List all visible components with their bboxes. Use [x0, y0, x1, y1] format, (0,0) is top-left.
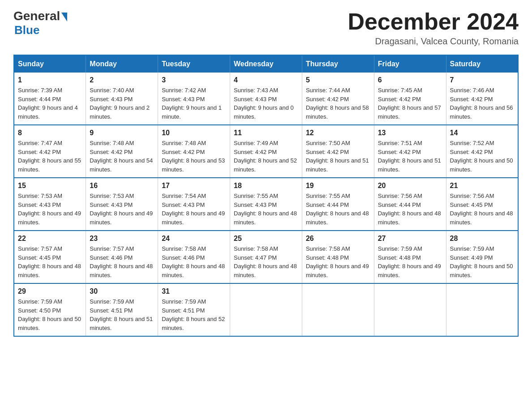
day-number: 15 — [18, 182, 82, 190]
day-number: 26 — [306, 235, 370, 243]
day-number: 3 — [162, 76, 226, 84]
calendar-cell: 3 Sunrise: 7:42 AM Sunset: 4:43 PM Dayli… — [158, 73, 230, 125]
day-info: Sunrise: 7:56 AM Sunset: 4:44 PM Dayligh… — [378, 192, 442, 227]
day-info: Sunrise: 7:46 AM Sunset: 4:42 PM Dayligh… — [450, 86, 514, 121]
day-info: Sunrise: 7:53 AM Sunset: 4:43 PM Dayligh… — [90, 192, 154, 227]
day-info: Sunrise: 7:45 AM Sunset: 4:42 PM Dayligh… — [378, 86, 442, 121]
day-number: 4 — [234, 76, 298, 84]
calendar-cell: 2 Sunrise: 7:40 AM Sunset: 4:43 PM Dayli… — [86, 73, 158, 125]
calendar-cell — [446, 283, 518, 336]
calendar-cell: 4 Sunrise: 7:43 AM Sunset: 4:43 PM Dayli… — [230, 73, 302, 125]
day-info: Sunrise: 7:49 AM Sunset: 4:42 PM Dayligh… — [234, 139, 298, 174]
day-number: 20 — [378, 182, 442, 190]
day-info: Sunrise: 7:48 AM Sunset: 4:42 PM Dayligh… — [162, 139, 226, 174]
calendar-cell: 25 Sunrise: 7:58 AM Sunset: 4:47 PM Dayl… — [230, 231, 302, 283]
week-row-1: 1 Sunrise: 7:39 AM Sunset: 4:44 PM Dayli… — [14, 73, 518, 125]
day-number: 18 — [234, 182, 298, 190]
day-number: 14 — [450, 129, 514, 137]
weekday-header-tuesday: Tuesday — [158, 55, 230, 73]
calendar-cell: 27 Sunrise: 7:59 AM Sunset: 4:48 PM Dayl… — [374, 231, 446, 283]
calendar-cell: 8 Sunrise: 7:47 AM Sunset: 4:42 PM Dayli… — [14, 125, 86, 178]
calendar-cell: 11 Sunrise: 7:49 AM Sunset: 4:42 PM Dayl… — [230, 125, 302, 178]
day-number: 2 — [90, 76, 154, 84]
day-info: Sunrise: 7:55 AM Sunset: 4:43 PM Dayligh… — [234, 192, 298, 227]
location: Dragasani, Valcea County, Romania — [348, 36, 519, 47]
calendar-cell: 22 Sunrise: 7:57 AM Sunset: 4:45 PM Dayl… — [14, 231, 86, 283]
weekday-header-friday: Friday — [374, 55, 446, 73]
calendar-cell: 14 Sunrise: 7:52 AM Sunset: 4:42 PM Dayl… — [446, 125, 518, 178]
day-number: 31 — [162, 287, 226, 295]
day-number: 27 — [378, 235, 442, 243]
day-info: Sunrise: 7:54 AM Sunset: 4:43 PM Dayligh… — [162, 192, 226, 227]
day-info: Sunrise: 7:59 AM Sunset: 4:49 PM Dayligh… — [450, 244, 514, 279]
calendar-cell: 17 Sunrise: 7:54 AM Sunset: 4:43 PM Dayl… — [158, 178, 230, 231]
calendar-cell: 30 Sunrise: 7:59 AM Sunset: 4:51 PM Dayl… — [86, 283, 158, 336]
day-info: Sunrise: 7:58 AM Sunset: 4:46 PM Dayligh… — [162, 244, 226, 279]
day-number: 8 — [18, 129, 82, 137]
day-number: 29 — [18, 287, 82, 295]
day-number: 1 — [18, 76, 82, 84]
day-number: 6 — [378, 76, 442, 84]
calendar-cell: 9 Sunrise: 7:48 AM Sunset: 4:42 PM Dayli… — [86, 125, 158, 178]
day-info: Sunrise: 7:53 AM Sunset: 4:43 PM Dayligh… — [18, 192, 82, 227]
day-number: 23 — [90, 235, 154, 243]
calendar-cell — [374, 283, 446, 336]
day-info: Sunrise: 7:59 AM Sunset: 4:51 PM Dayligh… — [90, 297, 154, 332]
calendar-cell: 5 Sunrise: 7:44 AM Sunset: 4:42 PM Dayli… — [302, 73, 374, 125]
day-number: 17 — [162, 182, 226, 190]
day-number: 7 — [450, 76, 514, 84]
logo-blue-text: Blue — [14, 23, 39, 37]
day-info: Sunrise: 7:39 AM Sunset: 4:44 PM Dayligh… — [18, 86, 82, 121]
calendar-cell: 26 Sunrise: 7:58 AM Sunset: 4:48 PM Dayl… — [302, 231, 374, 283]
weekday-header-monday: Monday — [86, 55, 158, 73]
weekday-header-sunday: Sunday — [14, 55, 86, 73]
day-info: Sunrise: 7:51 AM Sunset: 4:42 PM Dayligh… — [378, 139, 442, 174]
day-number: 25 — [234, 235, 298, 243]
day-info: Sunrise: 7:58 AM Sunset: 4:48 PM Dayligh… — [306, 244, 370, 279]
calendar-cell: 7 Sunrise: 7:46 AM Sunset: 4:42 PM Dayli… — [446, 73, 518, 125]
day-number: 12 — [306, 129, 370, 137]
calendar-cell: 6 Sunrise: 7:45 AM Sunset: 4:42 PM Dayli… — [374, 73, 446, 125]
day-number: 24 — [162, 235, 226, 243]
day-number: 9 — [90, 129, 154, 137]
calendar-cell — [302, 283, 374, 336]
day-info: Sunrise: 7:57 AM Sunset: 4:45 PM Dayligh… — [18, 244, 82, 279]
day-number: 11 — [234, 129, 298, 137]
weekday-header-row: SundayMondayTuesdayWednesdayThursdayFrid… — [14, 55, 518, 73]
week-row-4: 22 Sunrise: 7:57 AM Sunset: 4:45 PM Dayl… — [14, 231, 518, 283]
calendar-cell: 28 Sunrise: 7:59 AM Sunset: 4:49 PM Dayl… — [446, 231, 518, 283]
day-info: Sunrise: 7:43 AM Sunset: 4:43 PM Dayligh… — [234, 86, 298, 121]
calendar-cell — [230, 283, 302, 336]
day-info: Sunrise: 7:58 AM Sunset: 4:47 PM Dayligh… — [234, 244, 298, 279]
month-title: December 2024 — [348, 9, 519, 34]
day-info: Sunrise: 7:55 AM Sunset: 4:44 PM Dayligh… — [306, 192, 370, 227]
day-number: 30 — [90, 287, 154, 295]
logo-triangle-icon — [61, 13, 67, 21]
calendar-cell: 10 Sunrise: 7:48 AM Sunset: 4:42 PM Dayl… — [158, 125, 230, 178]
day-info: Sunrise: 7:48 AM Sunset: 4:42 PM Dayligh… — [90, 139, 154, 174]
calendar-cell: 23 Sunrise: 7:57 AM Sunset: 4:46 PM Dayl… — [86, 231, 158, 283]
day-number: 13 — [378, 129, 442, 137]
calendar-cell: 12 Sunrise: 7:50 AM Sunset: 4:42 PM Dayl… — [302, 125, 374, 178]
day-number: 21 — [450, 182, 514, 190]
day-info: Sunrise: 7:44 AM Sunset: 4:42 PM Dayligh… — [306, 86, 370, 121]
day-number: 22 — [18, 235, 82, 243]
day-info: Sunrise: 7:42 AM Sunset: 4:43 PM Dayligh… — [162, 86, 226, 121]
weekday-header-wednesday: Wednesday — [230, 55, 302, 73]
title-block: December 2024 Dragasani, Valcea County, … — [348, 9, 519, 47]
day-info: Sunrise: 7:56 AM Sunset: 4:45 PM Dayligh… — [450, 192, 514, 227]
day-number: 5 — [306, 76, 370, 84]
day-info: Sunrise: 7:59 AM Sunset: 4:51 PM Dayligh… — [162, 297, 226, 332]
calendar-cell: 31 Sunrise: 7:59 AM Sunset: 4:51 PM Dayl… — [158, 283, 230, 336]
calendar-cell: 29 Sunrise: 7:59 AM Sunset: 4:50 PM Dayl… — [14, 283, 86, 336]
weekday-header-thursday: Thursday — [302, 55, 374, 73]
week-row-5: 29 Sunrise: 7:59 AM Sunset: 4:50 PM Dayl… — [14, 283, 518, 336]
day-info: Sunrise: 7:57 AM Sunset: 4:46 PM Dayligh… — [90, 244, 154, 279]
logo: General Blue — [13, 9, 67, 37]
day-info: Sunrise: 7:52 AM Sunset: 4:42 PM Dayligh… — [450, 139, 514, 174]
week-row-2: 8 Sunrise: 7:47 AM Sunset: 4:42 PM Dayli… — [14, 125, 518, 178]
day-info: Sunrise: 7:50 AM Sunset: 4:42 PM Dayligh… — [306, 139, 370, 174]
calendar-cell: 1 Sunrise: 7:39 AM Sunset: 4:44 PM Dayli… — [14, 73, 86, 125]
day-number: 28 — [450, 235, 514, 243]
calendar-table: SundayMondayTuesdayWednesdayThursdayFrid… — [13, 55, 519, 337]
